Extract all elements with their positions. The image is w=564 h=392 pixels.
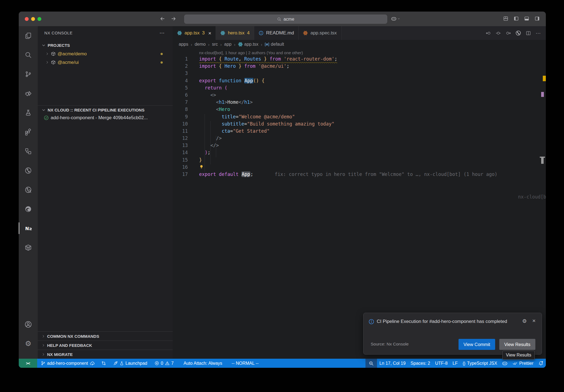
tab-label: app.tsx: [185, 30, 200, 36]
code-line[interactable]: 12 />: [173, 135, 546, 142]
code-line[interactable]: 9 title="Welcome @acme/demo": [173, 113, 546, 120]
close-window-button[interactable]: [25, 17, 29, 21]
commit-graph-icon[interactable]: [516, 30, 521, 36]
sidebar-more-actions-icon[interactable]: ⋯: [159, 30, 165, 36]
code-line[interactable]: 15}: [173, 156, 546, 164]
section-nx-cloud[interactable]: NX CLOUD :: RECENT CI PIPELINE EXECUTION…: [38, 105, 173, 114]
toggle-primary-sidebar-icon[interactable]: [514, 16, 519, 21]
code-line[interactable]: 6 <>: [173, 91, 546, 99]
copilot-menu[interactable]: [391, 16, 400, 21]
explorer-icon[interactable]: [19, 28, 38, 43]
status-launchpad[interactable]: Launchpad: [111, 359, 150, 368]
notification-close-icon[interactable]: ×: [532, 317, 536, 324]
nav-current-change-icon[interactable]: [496, 31, 501, 36]
status-source-control-graph[interactable]: [99, 359, 109, 368]
view-results-button[interactable]: View Results: [499, 339, 535, 350]
section-common-nx-commands[interactable]: COMMON NX COMMANDS: [38, 331, 173, 341]
code-editor[interactable]: nx-cloud[bot], 1 hour ago | 2 authors (Y…: [173, 49, 546, 359]
code-line[interactable]: 16: [173, 164, 546, 171]
containers-icon[interactable]: [19, 240, 38, 255]
code-line[interactable]: 4export function App() {: [173, 77, 546, 84]
status-copilot[interactable]: [500, 359, 510, 368]
toggle-secondary-sidebar-icon[interactable]: [535, 16, 540, 21]
code-line[interactable]: 13 </>: [173, 142, 546, 149]
react-icon: [177, 31, 182, 36]
lightbulb-icon[interactable]: [199, 165, 204, 169]
extensions-icon[interactable]: [19, 125, 38, 139]
code-line[interactable]: 3: [173, 70, 546, 77]
status-auto-attach[interactable]: Auto Attach: Always: [181, 359, 225, 368]
chevron-down-icon: [397, 17, 400, 20]
breadcrumb-item-app-tsx[interactable]: app.tsx: [238, 42, 259, 47]
edge-tools-icon[interactable]: [19, 202, 38, 216]
breadcrumb-item-demo[interactable]: demo: [195, 42, 206, 47]
status-formatter[interactable]: Prettier: [510, 359, 536, 368]
sidebar-nx-console: NX CONSOLE ⋯ PROJECTS @acme/demo@acme/ui…: [38, 26, 173, 359]
toggle-panel-icon[interactable]: [524, 16, 529, 21]
overview-ruler-warning-mark: [543, 76, 546, 81]
commit-graph-icon[interactable]: [19, 183, 38, 197]
code-line[interactable]: 10 subtitle="Build something amazing tod…: [173, 120, 546, 127]
tab-hero-tsx[interactable]: hero.tsx4: [216, 26, 254, 40]
code-line[interactable]: 14 );: [173, 149, 546, 156]
settings-gear-icon[interactable]: ⚙: [19, 336, 38, 351]
view-commit-button[interactable]: View Commit: [459, 339, 495, 350]
status-vim-mode[interactable]: -- NORMAL --: [229, 359, 261, 368]
navigate-back-icon[interactable]: [160, 16, 165, 23]
close-tab-icon[interactable]: ×: [208, 31, 211, 36]
status-cursor-position[interactable]: Ln 17, Col 19: [377, 359, 408, 368]
section-projects[interactable]: PROJECTS: [38, 41, 173, 49]
breadcrumb-item-default[interactable]: default: [265, 42, 284, 47]
source-control-icon[interactable]: [19, 67, 38, 81]
section-nx-migrate[interactable]: NX MIGRATE: [38, 350, 173, 359]
package-icon: [51, 60, 56, 65]
remote-indicator[interactable]: ><: [19, 359, 37, 368]
navigate-forward-icon[interactable]: [171, 16, 176, 23]
tab-app-spec-tsx[interactable]: app.spec.tsx: [299, 26, 341, 40]
editor-more-actions-icon[interactable]: ⋯: [536, 30, 541, 36]
project-item[interactable]: @acme/demo: [38, 50, 173, 58]
indent-guide: [210, 121, 211, 164]
code-line[interactable]: 8 <Hero: [173, 106, 546, 113]
status-branch[interactable]: add-hero-component: [38, 359, 97, 368]
breadcrumb-item-apps[interactable]: apps: [179, 42, 188, 47]
breadcrumb-item-app[interactable]: app: [224, 42, 232, 47]
code-line[interactable]: 11 cta="Get Started": [173, 127, 546, 135]
tab-readme-md[interactable]: README.md: [254, 26, 299, 40]
search-icon[interactable]: [19, 48, 38, 62]
breadcrumb-item-src[interactable]: src: [212, 42, 218, 47]
status-indentation[interactable]: Spaces: 2: [408, 359, 433, 368]
section-help-and-feedback[interactable]: HELP AND FEEDBACK: [38, 341, 173, 350]
minimize-window-button[interactable]: [31, 17, 35, 21]
breadcrumb-separator: ›: [191, 42, 192, 47]
code-line[interactable]: 2import { Hero } from '@acme/ui';: [173, 62, 546, 70]
pipeline-execution-item[interactable]: add-hero-component - Merge 409b44e5cb02.…: [38, 114, 173, 122]
notification-settings-icon[interactable]: ⚙: [522, 318, 527, 324]
project-item[interactable]: @acme/ui: [38, 58, 173, 66]
nx-console-icon[interactable]: N≥: [19, 221, 38, 235]
zoom-out-segment[interactable]: [365, 359, 377, 368]
code-line[interactable]: 5 return (: [173, 84, 546, 91]
command-center-search[interactable]: acme: [184, 15, 387, 24]
breadcrumb-separator: ›: [234, 42, 235, 47]
status-encoding[interactable]: UTF-8: [433, 359, 450, 368]
run-debug-icon[interactable]: [19, 86, 38, 100]
tab-app-tsx[interactable]: app.tsx3×: [173, 26, 216, 40]
split-editor-icon[interactable]: [526, 31, 531, 36]
code-line[interactable]: 7 <h1>Home</h1>: [173, 99, 546, 106]
status-eol[interactable]: LF: [450, 359, 460, 368]
status-problems[interactable]: 07: [152, 359, 176, 368]
line-content: cta="Get Started": [199, 127, 270, 135]
gitlens-icon[interactable]: [19, 163, 38, 178]
status-notifications-bell[interactable]: [536, 359, 546, 368]
zoom-window-button[interactable]: [37, 17, 41, 21]
code-line[interactable]: 1import { Route, Routes } from 'react-ro…: [173, 55, 546, 62]
customize-layout-icon[interactable]: [503, 16, 508, 21]
code-line[interactable]: 17export default App;fix: correct typo i…: [173, 171, 546, 178]
remote-explorer-icon[interactable]: [19, 144, 38, 158]
testing-icon[interactable]: [19, 105, 38, 120]
nav-next-change-icon[interactable]: [506, 31, 511, 36]
status-language[interactable]: {}TypeScript JSX: [460, 359, 500, 368]
accounts-icon[interactable]: [19, 317, 38, 331]
nav-previous-change-icon[interactable]: [486, 31, 491, 36]
